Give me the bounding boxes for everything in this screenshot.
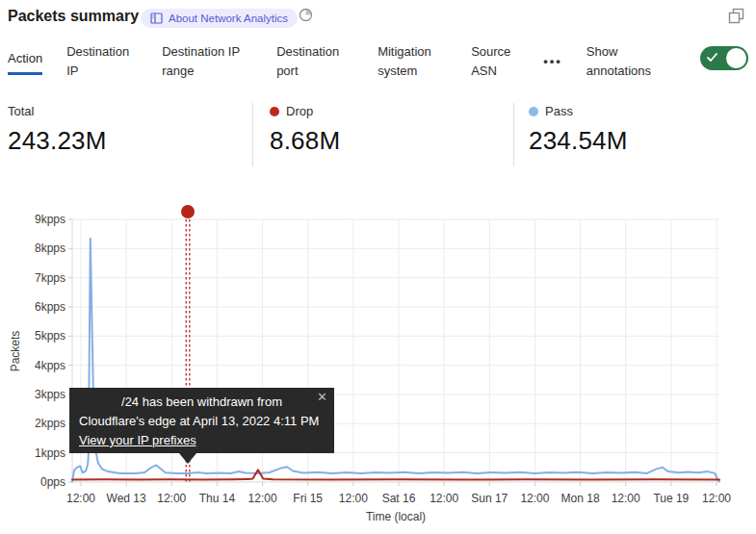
y-tick-label: 0pps [0,475,65,489]
y-tick-label: 8kpps [0,242,65,255]
packets-chart [0,0,756,534]
y-tick-label: 9kpps [0,213,65,226]
tooltip-line2: Cloudflare's edge at April 13, 2022 4:11… [79,412,325,431]
close-icon[interactable]: ✕ [317,391,327,403]
view-ip-prefixes-link[interactable]: View your IP prefixes [79,431,196,450]
y-axis-title: Packets [9,303,22,399]
annotation-marker-dot[interactable] [181,205,195,218]
tooltip-line1: /24 has been withdrawn from [79,393,325,412]
x-tick-label: 12:00 [686,492,747,505]
tooltip-caret [179,453,196,464]
y-tick-label: 1kpps [0,446,65,460]
annotation-tooltip: /24 has been withdrawn from Cloudflare's… [69,388,334,453]
y-tick-label: 2kpps [0,417,65,430]
y-tick-label: 7kpps [0,271,65,285]
series-line-drop [72,470,719,479]
x-axis-title: Time (local) [338,510,454,523]
